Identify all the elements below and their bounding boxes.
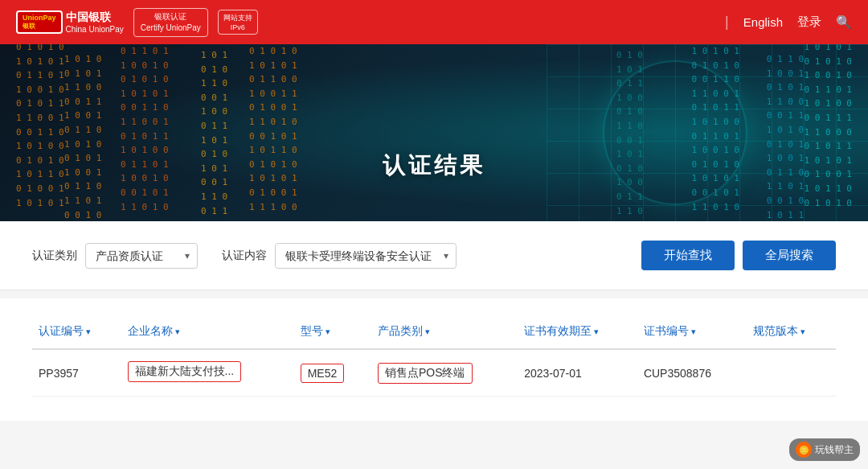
ipv6-badge: 网站支持 IPv6 bbox=[218, 10, 258, 35]
table-header-row: 认证编号 企业名称 型号 产品类别 证书有效期至 证书编号 规范版本 bbox=[32, 315, 836, 349]
company-link[interactable]: 福建新大陆支付技... bbox=[128, 361, 242, 382]
cert-content-label: 认证内容 bbox=[222, 249, 267, 263]
search-icon[interactable]: 🔍 bbox=[836, 14, 852, 30]
search-section: 认证类别 产品资质认证 服务认证 其他认证 认证内容 银联卡受理终端设备安全认证… bbox=[0, 221, 868, 290]
search-buttons: 开始查找 全局搜索 bbox=[641, 241, 836, 270]
col-company[interactable]: 企业名称 bbox=[121, 315, 294, 349]
hero-title: 认证结果 bbox=[383, 150, 485, 181]
nav-login[interactable]: 登录 bbox=[797, 14, 821, 30]
main-nav: | English 登录 🔍 bbox=[725, 14, 852, 31]
site-header: UnionPay 银联 中国银联 China UnionPay 银联认证 Cer… bbox=[0, 0, 868, 44]
logo-box: UnionPay 银联 bbox=[16, 10, 63, 33]
logo-en: China UnionPay bbox=[66, 25, 124, 34]
col-cert-id[interactable]: 证书编号 bbox=[637, 315, 747, 349]
cert-content-select-wrapper: 银联卡受理终端设备安全认证 其他内容 bbox=[275, 243, 457, 269]
cell-model[interactable]: ME52 bbox=[294, 349, 371, 397]
results-section: 认证编号 企业名称 型号 产品类别 证书有效期至 证书编号 规范版本 PP395… bbox=[0, 298, 868, 421]
product-type-badge[interactable]: 销售点POS终端 bbox=[378, 363, 473, 384]
col-valid-until[interactable]: 证书有效期至 bbox=[518, 315, 637, 349]
nav-divider: | bbox=[725, 14, 729, 31]
fingerprint-decoration bbox=[603, 60, 747, 205]
cell-standard-ver bbox=[747, 349, 836, 397]
unionpay-logo: UnionPay 银联 中国银联 China UnionPay bbox=[16, 10, 124, 34]
cell-cert-no: PP3957 bbox=[32, 349, 121, 397]
nav-english[interactable]: English bbox=[743, 15, 783, 29]
cert-type-label: 认证类别 bbox=[32, 249, 77, 263]
cert-content-field: 认证内容 银联卡受理终端设备安全认证 其他内容 bbox=[222, 243, 457, 269]
table-row: PP3957 福建新大陆支付技... ME52 销售点POS终端 2023-07… bbox=[32, 349, 836, 397]
cert-type-field: 认证类别 产品资质认证 服务认证 其他认证 bbox=[32, 243, 198, 269]
hero-banner: 0 1 0 1 0 1 0 1 0 1 0 1 1 0 1 1 0 0 1 0 … bbox=[0, 44, 868, 221]
cert-type-select-wrapper: 产品资质认证 服务认证 其他认证 bbox=[85, 243, 198, 269]
table-body: PP3957 福建新大陆支付技... ME52 销售点POS终端 2023-07… bbox=[32, 349, 836, 397]
col-model[interactable]: 型号 bbox=[294, 315, 371, 349]
col-cert-no[interactable]: 认证编号 bbox=[32, 315, 121, 349]
col-standard-ver[interactable]: 规范版本 bbox=[747, 315, 836, 349]
table-header: 认证编号 企业名称 型号 产品类别 证书有效期至 证书编号 规范版本 bbox=[32, 315, 836, 349]
cell-company[interactable]: 福建新大陆支付技... bbox=[121, 349, 294, 397]
start-search-button[interactable]: 开始查找 bbox=[641, 241, 735, 270]
logo-area: UnionPay 银联 中国银联 China UnionPay 银联认证 Cer… bbox=[16, 8, 725, 37]
global-search-button[interactable]: 全局搜索 bbox=[743, 241, 836, 270]
results-table: 认证编号 企业名称 型号 产品类别 证书有效期至 证书编号 规范版本 PP395… bbox=[32, 315, 836, 397]
cell-cert-id: CUP3508876 bbox=[637, 349, 747, 397]
cert-content-select[interactable]: 银联卡受理终端设备安全认证 其他内容 bbox=[275, 243, 457, 269]
model-badge[interactable]: ME52 bbox=[301, 364, 345, 383]
cert-badge: 银联认证 Certify UnionPay bbox=[133, 8, 208, 37]
logo-cn: 中国银联 bbox=[66, 10, 124, 25]
cell-valid-until: 2023-07-01 bbox=[518, 349, 637, 397]
col-product-type[interactable]: 产品类别 bbox=[371, 315, 518, 349]
cert-type-select[interactable]: 产品资质认证 服务认证 其他认证 bbox=[85, 243, 198, 269]
cell-product-type[interactable]: 销售点POS终端 bbox=[371, 349, 518, 397]
